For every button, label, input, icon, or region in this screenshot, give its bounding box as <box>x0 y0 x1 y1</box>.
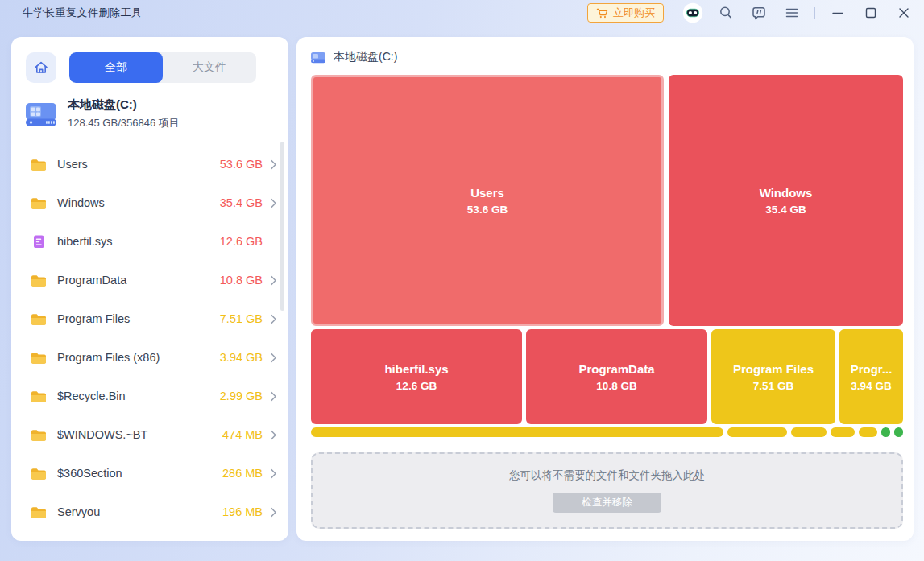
list-item-hiberfil[interactable]: hiberfil.sys 12.6 GB <box>11 222 288 261</box>
block-name: hiberfil.sys <box>384 362 448 376</box>
main-disk-name: 本地磁盘(C:) <box>334 50 397 64</box>
folder-icon <box>31 467 47 481</box>
treemap-block-program-files-x86[interactable]: Progr... 3.94 GB <box>839 329 903 424</box>
treemap-row-2: hiberfil.sys 12.6 GB ProgramData 10.8 GB… <box>311 329 903 424</box>
sidebar-scrollbar[interactable] <box>280 142 284 311</box>
treemap-small-block[interactable] <box>831 427 855 437</box>
item-size: 196 MB <box>222 505 263 518</box>
list-item-recycle-bin[interactable]: $Recycle.Bin 2.99 GB <box>11 377 288 415</box>
buy-now-button[interactable]: 立即购买 <box>587 3 664 23</box>
chevron-right-icon[interactable] <box>270 430 277 440</box>
check-remove-button[interactable]: 检查并移除 <box>553 493 661 513</box>
folder-icon <box>31 505 47 519</box>
item-name: $Recycle.Bin <box>57 390 220 402</box>
block-name: Progr... <box>851 362 893 376</box>
list-item-programdata[interactable]: ProgramData 10.8 GB <box>11 261 288 299</box>
main-panel: 本地磁盘(C:) Users 53.6 GB Windows 35.4 GB h… <box>296 37 914 541</box>
treemap-small-items-strip <box>311 427 903 437</box>
treemap-small-block[interactable] <box>311 427 723 437</box>
list-item-users[interactable]: Users 53.6 GB <box>11 145 288 184</box>
treemap-small-block[interactable] <box>791 427 827 437</box>
maximize-button[interactable] <box>860 2 881 23</box>
sidebar-panel: 全部 大文件 本地磁盘(C:) 128.45 GB/356846 项目 <box>11 37 288 541</box>
list-item-program-files-x86[interactable]: Program Files (x86) 3.94 GB <box>11 338 288 377</box>
treemap-block-windows[interactable]: Windows 35.4 GB <box>669 75 903 326</box>
chevron-right-icon[interactable] <box>270 159 277 170</box>
list-item-program-files[interactable]: Program Files 7.51 GB <box>11 299 288 338</box>
disk-summary[interactable]: 本地磁盘(C:) 128.45 GB/356846 项目 <box>11 83 288 130</box>
item-name: Users <box>57 158 220 171</box>
feedback-icon[interactable] <box>748 2 769 23</box>
chevron-right-icon[interactable] <box>270 507 277 518</box>
list-item-360section[interactable]: $360Section 286 MB <box>11 454 288 493</box>
disk-stats: 128.45 GB/356846 项目 <box>68 116 180 130</box>
item-size: 53.6 GB <box>220 158 263 171</box>
treemap-small-block[interactable] <box>881 427 890 437</box>
block-name: ProgramData <box>578 362 654 376</box>
divider <box>26 142 274 142</box>
titlebar-separator <box>814 7 815 19</box>
list-item-windows-bt[interactable]: $WINDOWS.~BT 474 MB <box>11 415 288 454</box>
item-size: 12.6 GB <box>220 235 263 248</box>
block-name: Users <box>470 186 504 200</box>
folder-icon <box>31 312 47 326</box>
item-name: $WINDOWS.~BT <box>57 428 222 441</box>
dropzone[interactable]: 您可以将不需要的文件和文件夹拖入此处 检查并移除 <box>311 452 903 529</box>
treemap-block-programdata[interactable]: ProgramData 10.8 GB <box>526 329 707 424</box>
close-button[interactable] <box>893 2 914 23</box>
folder-icon <box>31 274 47 287</box>
item-size: 10.8 GB <box>220 274 263 287</box>
dropzone-hint: 您可以将不需要的文件和文件夹拖入此处 <box>509 468 705 483</box>
item-size: 474 MB <box>222 428 263 441</box>
titlebar-actions: 立即购买 <box>587 2 914 23</box>
home-button[interactable] <box>26 52 56 83</box>
treemap-block-program-files[interactable]: Program Files 7.51 GB <box>711 329 835 424</box>
minimize-button[interactable] <box>827 2 848 23</box>
disk-icon <box>24 100 58 129</box>
chevron-right-icon[interactable] <box>270 468 277 479</box>
item-name: Program Files <box>57 312 220 325</box>
menu-icon[interactable] <box>781 2 802 23</box>
treemap-block-hiberfil[interactable]: hiberfil.sys 12.6 GB <box>311 329 522 424</box>
item-size: 2.99 GB <box>220 390 263 402</box>
block-name: Program Files <box>733 362 814 376</box>
treemap-small-block[interactable] <box>727 427 787 437</box>
treemap-small-block[interactable] <box>859 427 877 437</box>
item-size: 3.94 GB <box>220 351 263 364</box>
assistant-robot-icon[interactable] <box>682 2 703 23</box>
disk-name: 本地磁盘(C:) <box>68 97 180 113</box>
block-size: 3.94 GB <box>851 380 891 392</box>
treemap-block-users[interactable]: Users 53.6 GB <box>311 75 664 326</box>
list-item-windows[interactable]: Windows 35.4 GB <box>11 184 288 222</box>
chevron-right-icon[interactable] <box>270 275 277 286</box>
list-item-servyou[interactable]: Servyou 196 MB <box>11 493 288 531</box>
treemap-small-block[interactable] <box>894 427 903 437</box>
window-title: 牛学长重复文件删除工具 <box>23 6 143 20</box>
tab-large-files[interactable]: 大文件 <box>163 52 256 83</box>
block-name: Windows <box>760 186 813 200</box>
treemap: Users 53.6 GB Windows 35.4 GB hiberfil.s… <box>311 75 903 437</box>
treemap-row-1: Users 53.6 GB Windows 35.4 GB <box>311 75 903 326</box>
item-name: Program Files (x86) <box>57 351 220 364</box>
folder-icon <box>31 351 47 365</box>
chevron-right-icon[interactable] <box>270 198 277 208</box>
block-size: 7.51 GB <box>753 380 793 392</box>
folder-icon <box>31 428 47 442</box>
block-size: 12.6 GB <box>396 380 437 392</box>
chevron-right-icon[interactable] <box>270 314 277 324</box>
item-name: ProgramData <box>57 274 220 287</box>
item-name: Windows <box>57 196 220 209</box>
tab-all[interactable]: 全部 <box>69 52 163 83</box>
cart-icon <box>596 7 608 19</box>
item-size: 7.51 GB <box>220 312 263 325</box>
folder-icon <box>31 390 47 403</box>
titlebar: 牛学长重复文件删除工具 立即购买 <box>0 0 924 26</box>
folder-icon <box>31 196 47 210</box>
search-icon[interactable] <box>715 2 736 23</box>
chevron-right-icon[interactable] <box>270 353 277 363</box>
block-size: 35.4 GB <box>765 204 806 216</box>
block-size: 10.8 GB <box>596 380 636 392</box>
chevron-right-icon[interactable] <box>270 391 277 402</box>
folder-list: Users 53.6 GB Windows 35.4 GB hiberfil.s… <box>11 145 288 531</box>
scope-tabs: 全部 大文件 <box>69 52 256 83</box>
